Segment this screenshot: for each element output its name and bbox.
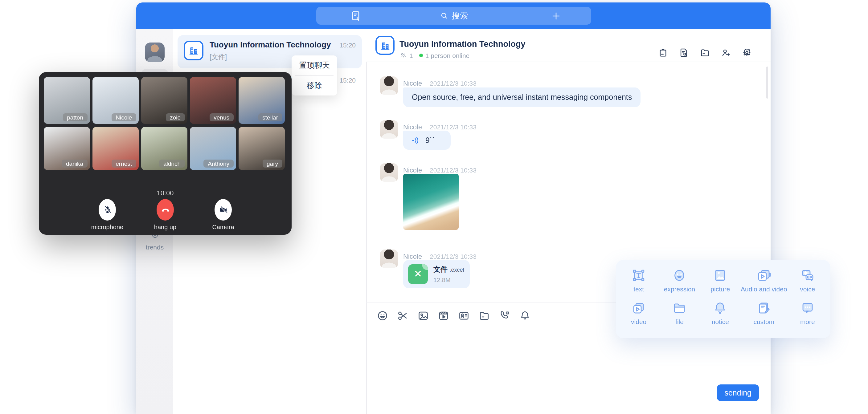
video-tile[interactable]: Nicole [92,77,139,124]
scrollbar-thumb[interactable] [766,67,768,99]
microphone-control: microphone [88,199,127,230]
contact-card-icon[interactable] [458,310,470,322]
doc-search-icon[interactable] [679,47,689,58]
menu-item-remove[interactable]: 移除 [291,76,337,95]
panel-item-label: text [633,285,644,293]
video-clip-icon[interactable] [438,310,450,322]
video-tiles-grid: pattonNicolezoievenusstellardanikaernest… [44,77,285,170]
menu-item-pin-chat[interactable]: 置顶聊天 [291,56,337,75]
emoji-icon[interactable] [377,310,389,322]
video-tile[interactable]: zoie [141,77,187,124]
chat-header: Tuoyun Information Technology 1 1 person… [366,29,771,62]
message-time: 2021/12/3 10:33 [430,79,476,87]
user-avatar[interactable] [145,42,164,62]
add-icon[interactable] [551,10,562,21]
search-icon [439,11,449,20]
p-text-icon [631,268,646,283]
trends-label: trends [136,243,173,251]
voice-message-bubble[interactable]: 9`` [403,131,451,150]
video-tile[interactable]: aldrich [141,127,187,170]
search-placeholder: 搜索 [452,10,468,21]
panel-item-text[interactable]: text [618,268,659,300]
panel-item-file[interactable]: file [659,300,700,333]
video-tile[interactable]: danika [44,127,90,170]
gear-icon[interactable] [742,47,752,58]
message-head: Nicole 2021/12/3 10:33 [403,164,476,175]
file-size: 12.8M [433,277,464,283]
panel-item-picture[interactable]: picture [700,268,741,300]
image-message-beach-photo[interactable] [403,174,459,230]
hang-up-control: hang up [146,199,185,230]
chat-title: Tuoyun Information Technology [400,39,525,49]
panel-item-more[interactable]: more [787,300,828,333]
panel-item-custom[interactable]: custom [741,300,787,333]
panel-item-expression[interactable]: expression [659,268,700,300]
microphone-button[interactable] [99,199,116,221]
chat-subtitle: 1 1 person online [400,52,469,59]
panel-item-label: custom [754,318,775,325]
call-timer: 10:00 [39,189,291,196]
hang-up-icon [161,205,170,214]
sender-name: Nicole [403,253,422,260]
message-head: Nicole 2021/12/3 10:33 [403,121,476,132]
scissors-icon[interactable] [397,310,409,322]
message-type-panel: textexpressionpictureAudio and videovoic… [616,260,830,338]
search-input[interactable]: 搜索 [316,7,591,25]
person-add-icon[interactable] [721,47,731,58]
text-message-bubble[interactable]: Open source, free, and universal instant… [403,88,641,107]
app-window: 搜索 trends Tuoyun Information Technology … [136,2,771,414]
context-menu: 置顶聊天 移除 [291,56,337,95]
ballot-icon[interactable] [658,47,668,58]
panel-item-video[interactable]: video [618,300,659,333]
conversation-title: Tuoyun Information Technology [210,40,333,49]
panel-item-notice[interactable]: notice [700,300,741,333]
building-icon [379,40,391,51]
camera-off-icon [219,205,228,214]
video-tile[interactable]: stellar [239,77,285,124]
panel-item-voice[interactable]: voice [787,268,828,300]
call-controls: microphonehang upCamera [39,199,291,230]
p-expression-icon [672,268,687,283]
video-tile[interactable]: venus [190,77,236,124]
panel-item-label: expression [664,285,695,293]
chat-panel: Tuoyun Information Technology 1 1 person… [366,29,771,414]
voice-duration: 9`` [425,136,435,145]
file-ext: .excel [450,267,464,273]
sender-name: Nicole [403,79,422,87]
sender-avatar[interactable] [380,76,398,95]
video-tile[interactable]: ernest [92,127,139,170]
conversation-preview: [文件] [210,52,227,62]
participant-name: danika [62,160,88,167]
send-button[interactable]: sending [717,384,759,401]
search-bar: 搜索 [316,7,591,25]
camera-button[interactable] [215,199,232,221]
online-dot [419,54,423,57]
panel-item-audio-and-video[interactable]: Audio and video [741,268,787,300]
panel-item-label: more [800,318,815,325]
video-call-icon[interactable] [499,310,510,322]
file-message-bubble[interactable]: ✕ 文件 .excel 12.8M [403,260,470,288]
video-tile[interactable]: gary [239,127,285,170]
folder-icon[interactable] [478,310,490,322]
video-tile[interactable]: patton [44,77,90,124]
panel-item-label: video [631,318,646,325]
sender-avatar[interactable] [380,250,398,268]
members-icon [400,52,407,59]
group-avatar [184,41,204,60]
video-tile[interactable]: Anthony [190,127,236,170]
picture-icon[interactable] [417,310,429,322]
sender-name: Nicole [403,166,422,174]
sender-avatar[interactable] [380,120,398,138]
p-video-icon [631,300,646,315]
sender-avatar[interactable] [380,163,398,182]
title-bar: 搜索 [136,2,771,29]
hang-up-button[interactable] [157,199,174,221]
message-head: Nicole 2021/12/3 10:33 [403,77,476,88]
camera-control: Camera [204,199,243,230]
page: 搜索 trends Tuoyun Information Technology … [0,0,868,414]
conversation-time: 15:20 [339,76,356,84]
file-folder-icon[interactable] [700,47,710,58]
participant-name: aldrich [159,160,185,167]
bell-icon[interactable] [519,310,531,322]
microphone-label: microphone [91,224,124,230]
